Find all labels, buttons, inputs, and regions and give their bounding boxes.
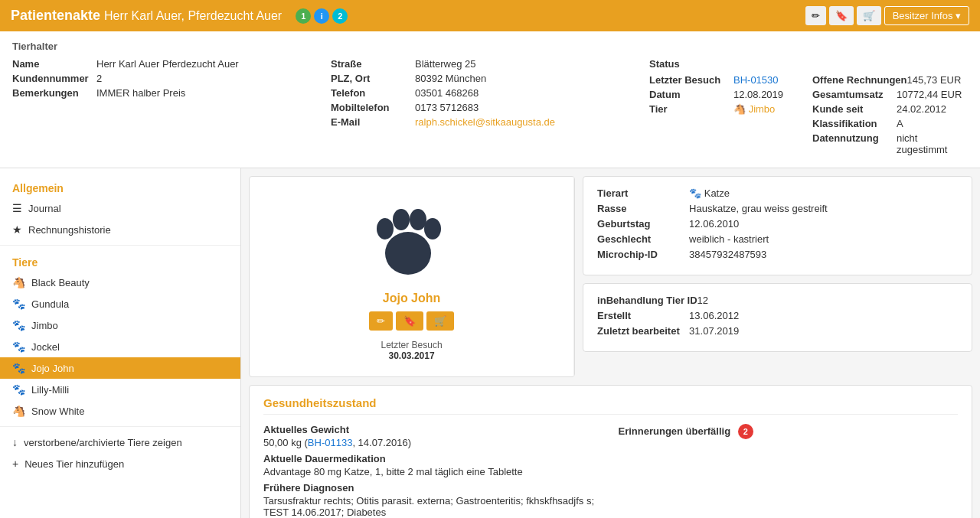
sidebar-item-lilly-milli[interactable]: 🐾 Lilly-Milli: [0, 379, 240, 400]
animal-icon-5: 🐾: [12, 383, 25, 396]
dauermedikation-label: Aktuelle Dauermedikation: [263, 453, 603, 464]
svg-point-1: [377, 218, 394, 239]
tierhalter-title: Tierhalter: [12, 41, 968, 52]
kundennummer-label: Kundennummer: [12, 73, 96, 84]
owner-info-button[interactable]: Besitzer Infos ▾: [884, 6, 969, 25]
pet-edit-button[interactable]: ✏: [369, 311, 393, 331]
sidebar-item-jimbo[interactable]: 🐾 Jimbo: [0, 314, 240, 336]
pet-behandlung-box: inBehandlung Tier ID 12 Erstellt 13.06.2…: [583, 283, 972, 352]
gesamtumsatz-value: 10772,44 EUR: [897, 89, 962, 100]
add-icon: +: [12, 458, 18, 470]
svg-point-3: [410, 209, 426, 230]
datum-value: 12.08.2019: [733, 89, 783, 100]
sidebar-item-gundula[interactable]: 🐾 Gundula: [0, 293, 240, 314]
badge-3[interactable]: 2: [332, 8, 348, 24]
erinnerungen-label: Erinnerungen überfällig 2: [619, 424, 959, 439]
owner-col-2: Straße Blätterweg 25 PLZ, Ort 80392 Münc…: [331, 58, 649, 158]
letzter-besuch-link[interactable]: BH-01530: [733, 74, 779, 86]
tier-link[interactable]: Jimbo: [749, 103, 776, 115]
pet-action-buttons: ✏ 🔖 🛒: [369, 311, 454, 331]
geschlecht-value: weiblich - kastriert: [689, 233, 769, 245]
health-section: Gesundheitszustand Aktuelles Gewicht 50,…: [249, 385, 972, 518]
zuletzt-value: 31.07.2019: [689, 325, 739, 337]
inbehandlung-label: inBehandlung Tier ID: [597, 295, 697, 306]
sidebar-item-show-archived[interactable]: ↓ verstorbene/archivierte Tiere zeigen: [0, 432, 240, 453]
badge-1[interactable]: 1: [296, 8, 311, 24]
sidebar-item-jockel[interactable]: 🐾 Jockel: [0, 336, 240, 357]
sidebar-item-add-animal[interactable]: + Neues Tier hinzufügen: [0, 453, 240, 474]
datum-label: Datum: [649, 89, 733, 100]
diagnosen-row: Frühere Diagnosen Tarsusfraktur rechts; …: [263, 482, 603, 518]
pet-card-left: Jojo John ✏ 🔖 🛒 Letzter Besuch 30.03.201…: [250, 177, 574, 376]
gesamtumsatz-label: Gesamtumsatz: [812, 89, 897, 100]
pet-bookmark-button[interactable]: 🔖: [396, 311, 423, 331]
sidebar-item-snow-white[interactable]: 🐴 Snow White: [0, 400, 240, 422]
kunde-seit-value: 24.02.2012: [897, 103, 946, 115]
pet-info-row: Jojo John ✏ 🔖 🛒 Letzter Besuch 30.03.201…: [249, 176, 972, 377]
edit-button[interactable]: ✏: [805, 6, 826, 25]
email-link[interactable]: ralph.schickel@sitkaaugusta.de: [415, 116, 555, 128]
owner-col-1: Name Herr Karl Auer Pferdezucht Auer Kun…: [12, 58, 331, 158]
health-right: Erinnerungen überfällig 2: [619, 424, 959, 518]
zuletzt-label: Zuletzt bearbeitet: [597, 325, 689, 337]
status-col: Status Letzter Besuch BH-01530 Datum 12.…: [649, 58, 968, 158]
svg-point-4: [424, 218, 441, 239]
svg-point-0: [385, 232, 431, 275]
sidebar-item-rechnungshistorie[interactable]: ★ Rechnungshistorie: [0, 219, 240, 240]
geburtstag-label: Geburtstag: [597, 218, 689, 230]
snow-white-label: Snow White: [31, 406, 84, 417]
erstellt-value: 13.06.2012: [689, 310, 739, 321]
mobil-value: 0173 5712683: [415, 102, 479, 113]
dauermedikation-value: Advantage 80 mg Katze, 1, bitte 2 mal tä…: [263, 466, 603, 477]
paw-graphic: [366, 192, 458, 284]
bookmark-button[interactable]: 🔖: [829, 6, 854, 25]
sidebar-item-black-beauty[interactable]: 🐴 Black Beauty: [0, 272, 240, 293]
kundennummer-value: 2: [96, 73, 102, 84]
star-icon: ★: [12, 223, 22, 236]
badge-2[interactable]: i: [314, 8, 329, 24]
pet-cart-button[interactable]: 🛒: [426, 311, 454, 331]
klassifikation-label: Klassifikation: [812, 118, 897, 129]
strasse-label: Straße: [331, 58, 415, 70]
header-badges: 1 i 2: [296, 8, 348, 24]
email-label: E-Mail: [331, 116, 415, 128]
offene-label: Offene Rechnungen: [812, 74, 907, 86]
header-subtitle: Herr Karl Auer, Pferdezucht Auer: [104, 9, 282, 22]
gewicht-link[interactable]: BH-01133: [308, 437, 353, 448]
erstellt-label: Erstellt: [597, 310, 689, 321]
datennutzung-value: nicht zugestimmt: [897, 132, 968, 155]
journal-icon: ☰: [12, 202, 22, 214]
dauermedikation-row: Aktuelle Dauermedikation Advantage 80 mg…: [263, 453, 603, 477]
rechnungshistorie-label: Rechnungshistorie: [28, 224, 111, 236]
archive-icon: ↓: [12, 436, 18, 448]
bemerkungen-label: Bemerkungen: [12, 87, 96, 99]
offene-value: 145,73 EUR: [907, 74, 962, 86]
sidebar-item-journal[interactable]: ☰ Journal: [0, 197, 240, 219]
pet-card: Jojo John ✏ 🔖 🛒 Letzter Besuch 30.03.201…: [249, 176, 575, 377]
datennutzung-label: Datennutzung: [812, 132, 897, 155]
diagnosen-value: Tarsusfraktur rechts; Otitis parasit. ex…: [263, 495, 603, 518]
plz-value: 80392 München: [415, 73, 486, 84]
bemerkungen-value: IMMER halber Preis: [96, 87, 185, 99]
pet-details: Tierart 🐾 Katze Rasse Hauskatze, grau we…: [583, 176, 972, 377]
journal-label: Journal: [28, 203, 61, 214]
kunde-seit-label: Kunde seit: [812, 103, 897, 115]
reminder-badge: 2: [738, 424, 753, 439]
content-area: Jojo John ✏ 🔖 🛒 Letzter Besuch 30.03.201…: [241, 168, 980, 518]
tier-label: Tier: [649, 103, 733, 115]
telefon-label: Telefon: [331, 87, 415, 99]
name-value: Herr Karl Auer Pferdezucht Auer: [96, 58, 239, 70]
last-visit-date: 30.03.2017: [389, 350, 435, 361]
animal-icon-0: 🐴: [12, 276, 25, 288]
pet-name: Jojo John: [383, 292, 441, 305]
gewicht-row: Aktuelles Gewicht 50,00 kg (BH-01133, 14…: [263, 424, 603, 448]
animal-icon-6: 🐴: [12, 405, 25, 417]
microchip-value: 38457932487593: [689, 249, 766, 260]
klassifikation-value: A: [897, 118, 903, 129]
header-actions: ✏ 🔖 🛒 Besitzer Infos ▾: [805, 6, 969, 25]
pet-tierart-box: Tierart 🐾 Katze Rasse Hauskatze, grau we…: [583, 176, 972, 275]
sidebar-item-jojo-john[interactable]: 🐾 Jojo John: [0, 357, 240, 379]
cart-button[interactable]: 🛒: [857, 6, 881, 25]
allgemein-title: Allgemein: [0, 176, 240, 197]
animal-icon-1: 🐾: [12, 298, 25, 310]
